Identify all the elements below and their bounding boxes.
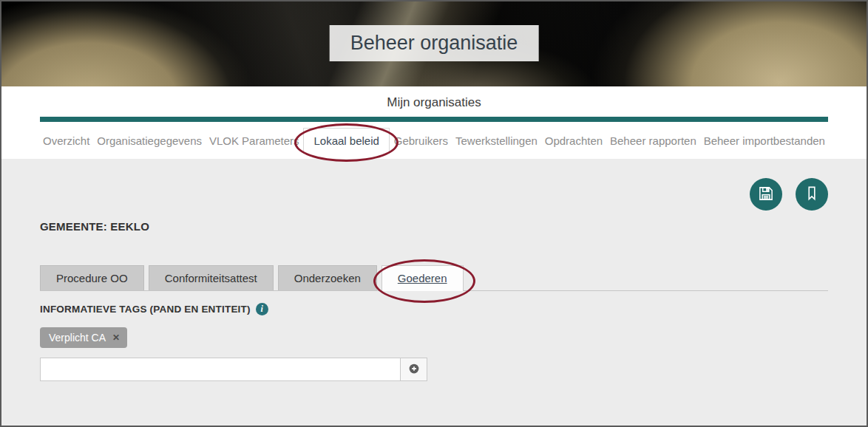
save-button[interactable] (750, 178, 782, 211)
subtab-goederen-label: Goederen (398, 272, 447, 284)
tags-section-header: INFORMATIEVE TAGS (PAND EN ENTITEIT) i (40, 303, 828, 315)
header-banner-image: Beheer organisatie (1, 1, 867, 86)
tag-list: Verplicht CA ✕ (40, 327, 828, 348)
section-subtitle: Mijn organisaties (387, 95, 481, 109)
subtab-goederen[interactable]: Goederen (382, 265, 464, 291)
sub-tab-bar: Procedure OO Conformiteitsattest Onderzo… (40, 265, 828, 291)
bookmark-icon (802, 184, 821, 205)
tab-beheer-importbestanden[interactable]: Beheer importbestanden (701, 129, 828, 153)
subtab-onderzoeken[interactable]: Onderzoeken (278, 265, 377, 290)
subtab-conformiteitsattest[interactable]: Conformiteitsattest (149, 265, 274, 290)
close-icon[interactable]: ✕ (112, 333, 120, 342)
add-tag-button[interactable] (401, 358, 427, 381)
page-title: Beheer organisatie (350, 32, 518, 55)
content-area: GEMEENTE: EEKLO Procedure OO Conformitei… (1, 159, 867, 426)
subtitle-row: Mijn organisaties (1, 86, 867, 117)
tab-beheer-rapporten[interactable]: Beheer rapporten (607, 129, 699, 153)
tab-overzicht[interactable]: Overzicht (40, 129, 92, 153)
plus-circle-icon (407, 362, 421, 378)
organisation-title: GEMEENTE: EEKLO (40, 220, 828, 233)
tab-lokaal-beleid-label: Lokaal beleid (313, 134, 379, 147)
app-window: Beheer organisatie Mijn organisaties Ove… (0, 0, 868, 427)
bookmark-button[interactable] (796, 178, 828, 211)
tab-vlok-parameters[interactable]: VLOK Parameters (206, 129, 302, 153)
action-button-row (40, 178, 828, 211)
tag-verplicht-ca: Verplicht CA ✕ (40, 327, 127, 348)
main-tab-bar: Overzicht Organisatiegegevens VLOK Param… (40, 122, 828, 159)
banner-title-box: Beheer organisatie (330, 25, 539, 61)
tab-gebruikers[interactable]: Gebruikers (391, 129, 451, 153)
tab-opdrachten[interactable]: Opdrachten (542, 129, 606, 153)
tab-organisatiegegevens[interactable]: Organisatiegegevens (94, 129, 205, 153)
tag-input[interactable] (40, 358, 401, 381)
tag-label: Verplicht CA (49, 332, 106, 344)
floppy-disk-icon (756, 184, 776, 205)
tab-lokaal-beleid[interactable]: Lokaal beleid (303, 128, 389, 154)
add-tag-input-group (40, 358, 427, 381)
active-tab-extension (304, 152, 388, 158)
tags-section-label: INFORMATIEVE TAGS (PAND EN ENTITEIT) (40, 304, 251, 315)
teal-divider-bar (40, 117, 828, 122)
info-icon[interactable]: i (256, 303, 268, 315)
subtab-procedure-oo[interactable]: Procedure OO (40, 265, 144, 290)
tab-tewerkstellingen[interactable]: Tewerkstellingen (452, 129, 540, 153)
